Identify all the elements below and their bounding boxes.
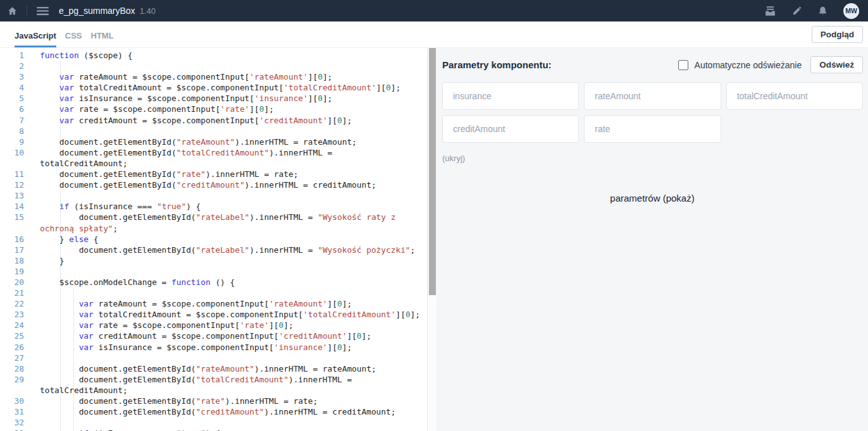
tab-html[interactable]: HTML xyxy=(91,21,114,47)
editor-scrollbar[interactable] xyxy=(427,48,437,431)
param-input-rate[interactable] xyxy=(584,115,721,143)
line-number: 20 xyxy=(0,277,24,288)
code-line: 26 var isInsurance = $scope.componentInp… xyxy=(0,342,427,353)
code-line: 21 xyxy=(0,288,427,298)
refresh-button[interactable]: Odśwież xyxy=(810,56,863,73)
line-number: 13 xyxy=(0,190,24,201)
code-text[interactable]: document.getElementById("rate").innerHTM… xyxy=(40,396,425,406)
code-text[interactable]: document.getElementById("rateLabel").inn… xyxy=(40,245,425,255)
code-text[interactable]: function ($scope) { xyxy=(40,50,425,61)
code-text[interactable]: if (isInsurance === "true") { xyxy=(40,428,425,431)
line-number: 30 xyxy=(0,396,24,406)
line-number: 11 xyxy=(0,169,24,179)
code-text[interactable]: var rate = $scope.componentInput['rate']… xyxy=(40,320,425,331)
code-line: 9 document.getElementById("rateAmount").… xyxy=(0,137,427,147)
code-line: 24 var rate = $scope.componentInput['rat… xyxy=(0,320,427,331)
code-text[interactable]: document.getElementById("totalCreditAmou… xyxy=(40,374,425,396)
code-line: 27 xyxy=(0,353,427,363)
line-number: 28 xyxy=(0,363,24,374)
code-text[interactable]: } xyxy=(40,255,425,266)
inbox-icon[interactable] xyxy=(764,6,776,16)
line-number: 14 xyxy=(0,201,24,212)
line-number: 1 xyxy=(0,50,24,61)
code-text[interactable]: var rate = $scope.componentInput['rate']… xyxy=(40,104,425,114)
code-text[interactable]: document.getElementById("rateLabel").inn… xyxy=(40,212,425,233)
line-number: 2 xyxy=(0,61,24,71)
line-number: 4 xyxy=(0,82,24,93)
auto-refresh-label: Automatyczne odświeżanie xyxy=(695,60,802,70)
code-text[interactable]: if (isInsurance === "true") { xyxy=(40,201,425,212)
code-text[interactable]: var rateAmount = $scope.componentInput['… xyxy=(40,298,425,309)
tab-css[interactable]: CSS xyxy=(65,21,82,47)
code-line: 4 var totalCreditAmount = $scope.compone… xyxy=(0,82,427,93)
line-number: 16 xyxy=(0,234,24,245)
code-text[interactable]: document.getElementById("totalCreditAmou… xyxy=(40,147,425,169)
line-number: 26 xyxy=(0,342,24,353)
code-lines: 1function ($scope) {23 var rateAmount = … xyxy=(0,48,427,431)
preview-button[interactable]: Podgląd xyxy=(812,26,863,43)
code-text[interactable]: } else { xyxy=(40,234,425,245)
line-number: 22 xyxy=(0,298,24,309)
param-input-rateAmount[interactable] xyxy=(584,82,721,110)
code-line: 13 xyxy=(0,190,427,201)
component-preview-text[interactable]: parametrów (pokaż) xyxy=(437,193,868,203)
code-text[interactable]: document.getElementById("rateAmount").in… xyxy=(40,363,425,374)
code-text[interactable]: var totalCreditAmount = $scope.component… xyxy=(40,309,425,320)
code-text[interactable]: document.getElementById("creditAmount").… xyxy=(40,406,425,417)
code-line: 20 $scope.onModelChange = function () { xyxy=(0,277,427,288)
line-number: 29 xyxy=(0,374,24,385)
param-input-creditAmount[interactable] xyxy=(442,115,579,143)
menu-icon[interactable] xyxy=(37,6,49,16)
home-icon[interactable] xyxy=(8,6,17,16)
line-number: 23 xyxy=(0,309,24,320)
bell-icon[interactable] xyxy=(818,6,828,16)
code-line: 18 } xyxy=(0,255,427,266)
code-editor[interactable]: 1function ($scope) {23 var rateAmount = … xyxy=(0,48,437,431)
line-number: 31 xyxy=(0,406,24,417)
line-number: 15 xyxy=(0,212,24,222)
code-text[interactable]: document.getElementById("rate").innerHTM… xyxy=(40,169,425,179)
param-input-insurance[interactable] xyxy=(442,82,579,110)
code-line: 15 document.getElementById("rateLabel").… xyxy=(0,212,427,233)
code-text[interactable]: document.getElementById("rateAmount").in… xyxy=(40,137,425,147)
code-line: 12 document.getElementById("creditAmount… xyxy=(0,179,427,190)
code-line: 8 xyxy=(0,126,427,137)
code-line: 25 var creditAmount = $scope.componentIn… xyxy=(0,331,427,341)
code-line: 5 var isInsurance = $scope.componentInpu… xyxy=(0,93,427,104)
code-line: 17 document.getElementById("rateLabel").… xyxy=(0,245,427,255)
line-number: 21 xyxy=(0,288,24,298)
editor-tabbar: JavaScriptCSSHTML Podgląd xyxy=(0,21,868,48)
navbar-divider xyxy=(27,6,27,16)
line-number: 5 xyxy=(0,93,24,104)
hide-params-link[interactable]: (ukryj) xyxy=(442,154,465,163)
line-number: 32 xyxy=(0,417,24,428)
auto-refresh-checkbox[interactable] xyxy=(678,60,688,70)
code-line: 1function ($scope) { xyxy=(0,50,427,61)
params-panel-title: Parametry komponentu: xyxy=(442,59,552,70)
code-line: 30 document.getElementById("rate").inner… xyxy=(0,396,427,406)
params-grid xyxy=(442,82,863,143)
component-title: e_pg_summaryBox xyxy=(59,6,135,16)
param-input-totalCreditAmount[interactable] xyxy=(726,82,863,110)
code-text[interactable]: var isInsurance = $scope.componentInput[… xyxy=(40,342,425,353)
tab-javascript[interactable]: JavaScript xyxy=(15,21,56,47)
code-text[interactable]: document.getElementById("creditAmount").… xyxy=(40,179,425,190)
code-text[interactable]: var creditAmount = $scope.componentInput… xyxy=(40,115,425,126)
code-text[interactable]: var isInsurance = $scope.componentInput[… xyxy=(40,93,425,104)
code-text[interactable]: var rateAmount = $scope.componentInput['… xyxy=(40,71,425,82)
line-number: 24 xyxy=(0,320,24,331)
code-text[interactable]: var totalCreditAmount = $scope.component… xyxy=(40,82,425,93)
user-avatar[interactable]: MW xyxy=(843,3,859,19)
scrollbar-thumb[interactable] xyxy=(429,48,436,295)
line-number: 17 xyxy=(0,245,24,255)
code-text[interactable]: var creditAmount = $scope.componentInput… xyxy=(40,331,425,341)
code-line: 19 xyxy=(0,266,427,277)
line-number: 27 xyxy=(0,353,24,363)
code-text[interactable]: $scope.onModelChange = function () { xyxy=(40,277,425,288)
code-line: 22 var rateAmount = $scope.componentInpu… xyxy=(0,298,427,309)
code-line: 2 xyxy=(0,61,427,71)
line-number: 10 xyxy=(0,147,24,158)
line-number: 18 xyxy=(0,255,24,266)
edit-icon[interactable] xyxy=(792,6,802,16)
code-line: 32 xyxy=(0,417,427,428)
